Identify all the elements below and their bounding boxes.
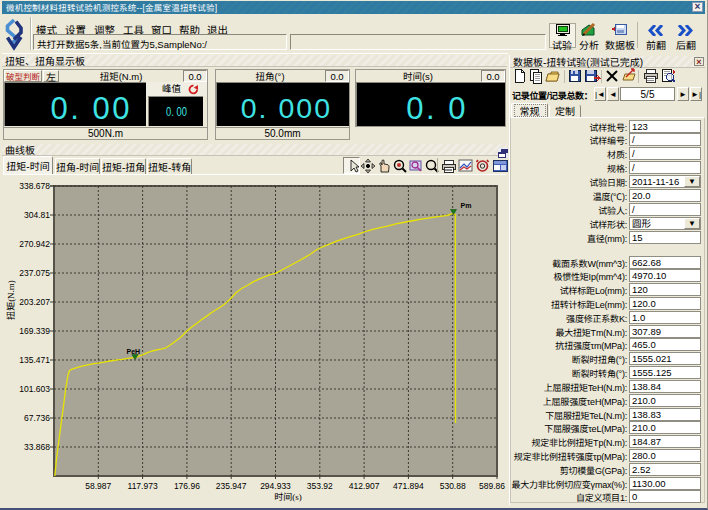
svg-text:176.96: 176.96 <box>174 481 200 491</box>
svg-text:101.603: 101.603 <box>19 384 50 394</box>
svg-text:235.947: 235.947 <box>216 481 247 491</box>
svg-text:294.933: 294.933 <box>260 481 291 491</box>
svg-text:412.907: 412.907 <box>349 481 380 491</box>
svg-text:135.471: 135.471 <box>19 355 50 365</box>
svg-text:304.81: 304.81 <box>24 210 50 220</box>
svg-text:237.075: 237.075 <box>19 268 50 278</box>
svg-text:58.987: 58.987 <box>85 481 111 491</box>
svg-text:530.88: 530.88 <box>440 481 466 491</box>
svg-text:338.678: 338.678 <box>19 181 50 191</box>
svg-text:353.92: 353.92 <box>307 481 333 491</box>
svg-text:117.973: 117.973 <box>128 481 158 491</box>
svg-text:Pm: Pm <box>461 202 472 209</box>
svg-text:33.868: 33.868 <box>24 442 50 452</box>
svg-text:589.86: 589.86 <box>479 481 505 491</box>
svg-text:PeH: PeH <box>127 348 141 355</box>
svg-text:270.942: 270.942 <box>19 239 50 249</box>
svg-text:时间(s): 时间(s) <box>274 490 302 503</box>
svg-text:203.207: 203.207 <box>19 297 50 307</box>
svg-text:471.894: 471.894 <box>393 481 424 491</box>
svg-text:扭矩(N.m): 扭矩(N.m) <box>4 280 17 320</box>
svg-text:169.339: 169.339 <box>19 326 50 336</box>
svg-text:67.736: 67.736 <box>24 413 50 423</box>
